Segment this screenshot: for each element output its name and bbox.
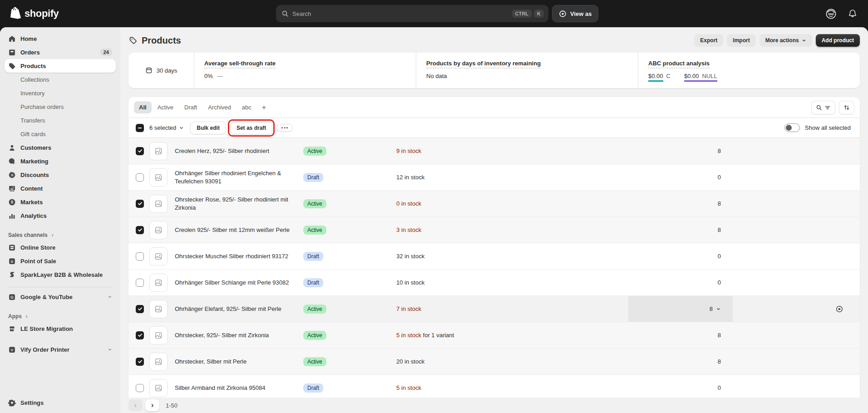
product-thumbnail[interactable] <box>149 142 168 160</box>
shopify-logo[interactable]: shopify <box>9 7 59 20</box>
sidebar-section-sales-channels[interactable]: Sales channels <box>0 230 120 241</box>
product-name[interactable]: Ohrstecker, 925/- Silber mit Zirkonia <box>175 331 303 339</box>
sidebar-item-home[interactable]: Home <box>5 32 116 45</box>
row-checkbox[interactable] <box>136 252 144 261</box>
date-range-selector[interactable]: 30 days <box>128 53 194 88</box>
product-thumbnail[interactable] <box>149 300 168 318</box>
sidebar-item-settings[interactable]: Settings <box>5 396 116 409</box>
table-row[interactable]: Ohrhänger Silber rhodiniert Engelchen & … <box>128 164 860 191</box>
product-thumbnail[interactable] <box>149 326 168 344</box>
product-name[interactable]: Ohrhänger Silber Schlange mit Perle 9308… <box>175 279 303 287</box>
table-row[interactable]: Ohrhänger Elefant, 925/- Silber mit Perl… <box>128 296 860 322</box>
page-title: Products <box>128 35 181 46</box>
stat-sell-through-label[interactable]: Average sell-through rate <box>204 60 276 69</box>
row-checkbox[interactable] <box>136 279 144 287</box>
chevron-down-icon[interactable] <box>179 125 184 130</box>
preview-eye-icon[interactable] <box>835 305 843 313</box>
chevron-down-icon[interactable] <box>108 295 112 299</box>
sidebar-item-markets[interactable]: $Markets <box>5 195 116 209</box>
sidebar-item-le-store-migration[interactable]: LE Store Migration <box>5 322 116 335</box>
product-thumbnail[interactable] <box>149 221 168 239</box>
table-row[interactable]: Ohrstecker Muschel Silber rhodiniert 931… <box>128 243 860 270</box>
sidebar-item-point-of-sale[interactable]: SPoint of Sale <box>5 254 116 268</box>
table-row[interactable]: Creolen 925/- Silber mit 12mm weißer Per… <box>128 217 860 243</box>
table-row[interactable]: Ohrhänger Silber Schlange mit Perle 9308… <box>128 270 860 296</box>
variant-count: 8 <box>628 138 733 164</box>
search-filter-button[interactable] <box>811 101 835 114</box>
sidebar-item-google-youtube[interactable]: GGoogle & YouTube <box>5 290 116 304</box>
table-row[interactable]: Ohrstecker, 925/- Silber mit ZirkoniaAct… <box>128 322 860 349</box>
row-checkbox[interactable] <box>136 147 144 155</box>
row-checkbox[interactable] <box>136 305 144 313</box>
online-store-icon <box>8 244 16 251</box>
product-thumbnail[interactable] <box>149 195 168 213</box>
bulk-edit-button[interactable]: Bulk edit <box>190 122 226 134</box>
avatar[interactable] <box>824 7 837 20</box>
sidebar-item-customers[interactable]: Customers <box>5 141 116 154</box>
row-checkbox[interactable] <box>136 358 144 366</box>
stat-inventory-days-label[interactable]: Products by days of inventory remaining <box>426 60 541 69</box>
search-input[interactable]: Search CTRL K <box>276 5 548 22</box>
product-name[interactable]: Ohrhänger Silber rhodiniert Engelchen & … <box>175 169 303 185</box>
import-button[interactable]: Import <box>727 34 755 47</box>
product-name[interactable]: Creolen 925/- Silber mit 12mm weißer Per… <box>175 226 303 234</box>
notifications-bell-icon[interactable] <box>846 7 859 20</box>
sidebar-item-purchase-orders[interactable]: Purchase orders <box>5 100 116 113</box>
row-checkbox[interactable] <box>136 200 144 208</box>
sidebar-item-marketing[interactable]: Marketing <box>5 154 116 168</box>
product-name[interactable]: Ohrstecker, Silber mit Perle <box>175 358 303 366</box>
product-thumbnail[interactable] <box>149 168 168 187</box>
more-actions-button[interactable]: More actions <box>760 34 812 47</box>
product-thumbnail[interactable] <box>149 353 168 371</box>
sidebar-item-collections[interactable]: Collections <box>5 73 116 86</box>
tab-active[interactable]: Active <box>153 101 178 113</box>
row-checkbox[interactable] <box>136 226 144 234</box>
row-checkbox[interactable] <box>136 173 144 182</box>
select-all-checkbox[interactable] <box>136 124 144 132</box>
sidebar-item-products[interactable]: Products <box>5 59 116 73</box>
next-page-button[interactable] <box>145 399 159 411</box>
previous-page-button[interactable] <box>128 399 143 411</box>
product-thumbnail[interactable] <box>149 274 168 292</box>
variant-count[interactable]: 8 <box>628 296 733 322</box>
product-name[interactable]: Creolen Herz, 925/- Silber rhodiniert <box>175 147 303 155</box>
product-name[interactable]: Ohrstecker Rose, 925/- Silber rhodiniert… <box>175 196 303 211</box>
tab-all[interactable]: All <box>134 101 152 113</box>
sort-button[interactable] <box>839 101 854 114</box>
more-options-button[interactable] <box>276 124 293 132</box>
table-row[interactable]: Creolen Herz, 925/- Silber rhodiniertAct… <box>128 138 860 164</box>
sidebar-item-sparklayer-b2b-wholesale[interactable]: SparkLayer B2B & Wholesale <box>5 268 116 281</box>
chevron-down-icon[interactable] <box>108 347 112 352</box>
set-as-draft-button[interactable]: Set as draft <box>230 122 272 134</box>
tag-icon <box>128 36 138 45</box>
product-thumbnail[interactable] <box>149 247 168 266</box>
product-name[interactable]: Ohrhänger Elefant, 925/- Silber mit Perl… <box>175 305 303 313</box>
product-thumbnail[interactable] <box>149 379 168 397</box>
product-name[interactable]: Ohrstecker Muschel Silber rhodiniert 931… <box>175 252 303 261</box>
show-all-selected-toggle[interactable] <box>784 123 800 132</box>
sidebar-item-gift-cards[interactable]: Gift cards <box>5 127 116 141</box>
sidebar-item-discounts[interactable]: Discounts <box>5 168 116 182</box>
selected-count[interactable]: 6 selected <box>149 124 176 131</box>
table-row[interactable]: Ohrstecker Rose, 925/- Silber rhodiniert… <box>128 191 860 217</box>
add-view-button[interactable]: + <box>257 102 271 113</box>
sidebar-item-vify-order-printer[interactable]: VVify Order Printer <box>5 343 116 356</box>
product-name[interactable]: Silber Armband mit Zirkonia 95084 <box>175 384 303 392</box>
tab-draft[interactable]: Draft <box>179 101 202 113</box>
table-row[interactable]: Ohrstecker, Silber mit PerleActive20 in … <box>128 349 860 375</box>
row-checkbox[interactable] <box>136 384 144 392</box>
sidebar-item-analytics[interactable]: Analytics <box>5 209 116 222</box>
add-product-button[interactable]: Add product <box>816 34 860 47</box>
sidebar-item-content[interactable]: Content <box>5 182 116 195</box>
sidebar-item-orders[interactable]: Orders24 <box>5 45 116 59</box>
view-as-button[interactable]: View as <box>552 5 598 22</box>
tab-archived[interactable]: Archived <box>203 101 236 113</box>
tab-abc[interactable]: abc <box>237 101 256 113</box>
stat-abc-label[interactable]: ABC product analysis <box>648 60 710 69</box>
row-checkbox[interactable] <box>136 331 144 339</box>
export-button[interactable]: Export <box>694 34 723 47</box>
sidebar-section-apps[interactable]: Apps <box>0 311 120 322</box>
sidebar-item-online-store[interactable]: Online Store <box>5 241 116 254</box>
sidebar-item-transfers[interactable]: Transfers <box>5 113 116 127</box>
sidebar-item-inventory[interactable]: Inventory <box>5 86 116 100</box>
